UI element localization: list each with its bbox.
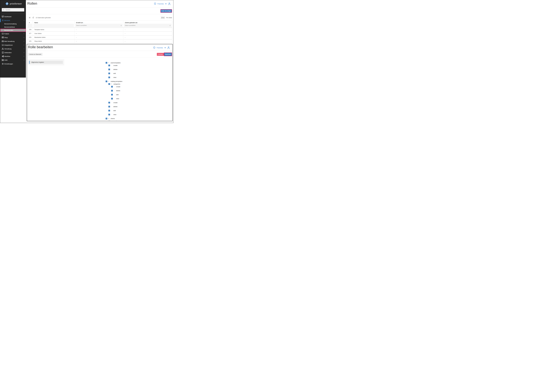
checkbox-checked[interactable]: ✓ xyxy=(106,62,107,64)
clear-filter-icon[interactable]: × xyxy=(121,25,122,26)
sidebar-divider xyxy=(2,14,24,14)
permission-row-create: ✓create xyxy=(27,86,173,88)
printformer-logo-icon xyxy=(5,2,9,6)
chevron-down-icon[interactable] xyxy=(23,20,25,21)
checkbox-checked[interactable]: ✓ xyxy=(108,102,110,104)
checkbox-checked[interactable]: ✓ xyxy=(108,83,110,85)
permission-row-catalog-templates: ✓catalog-templates xyxy=(27,80,173,82)
logo[interactable]: printformer xyxy=(0,0,26,6)
user-avatar-icon[interactable] xyxy=(167,46,170,49)
chevron-left-icon[interactable] xyxy=(23,52,25,53)
search-input[interactable]: Suchen xyxy=(2,8,24,12)
cell-created: - xyxy=(75,40,123,43)
checkbox-checked[interactable]: ✓ xyxy=(108,114,110,115)
save-button[interactable]: Speichern xyxy=(164,53,172,56)
modified-date-filter[interactable]: Datum auswählen × xyxy=(124,24,172,27)
table-row[interactable]: 377User Admin-- xyxy=(28,32,172,36)
sort-descending-icon[interactable]: ↓ xyxy=(83,22,84,23)
notifications-bell-icon[interactable] xyxy=(154,2,156,5)
created-date-filter[interactable]: Datum auswählen × xyxy=(75,24,123,27)
sidebar-item-benutzerverwaltung[interactable]: Benutzerverwaltung xyxy=(0,22,26,25)
user-menu-caret-icon[interactable] xyxy=(165,48,166,48)
chevron-left-icon[interactable] xyxy=(23,48,25,49)
permission-label: view xyxy=(113,77,116,78)
sidebar-item-workflow[interactable]: Workflow xyxy=(0,55,26,58)
permission-label: create xyxy=(116,86,120,88)
edit-role-title: Rolle bearbeiten xyxy=(28,45,53,49)
cell-name: Template Admin xyxy=(33,28,75,31)
column-header-created[interactable]: Erstellt am ↓ Datum auswählen × xyxy=(75,21,123,28)
table-row[interactable]: 376Template Admin-- xyxy=(28,28,172,32)
sidebar-item-benutzer[interactable]: Benutzer xyxy=(0,19,26,22)
sidebar-item-mail-verwaltung[interactable]: Mail Verwaltung xyxy=(0,39,26,43)
column-header-modified[interactable]: Zuletzt geändert am Datum auswählen × xyxy=(123,21,172,28)
column-header-name[interactable]: Name xyxy=(33,21,75,28)
clear-filter-icon[interactable]: × xyxy=(170,25,171,26)
user-name[interactable]: Franziska xyxy=(158,3,164,5)
cell-id: 377 xyxy=(28,32,33,35)
sidebar-item-dashboard[interactable]: Dashboard xyxy=(0,15,26,19)
sidebar-item-deklaration[interactable]: Deklaration xyxy=(0,51,26,55)
workflow-icon xyxy=(2,55,4,57)
checkbox-checked[interactable]: ✓ xyxy=(108,106,110,107)
checkbox-checked[interactable]: ✓ xyxy=(106,81,107,82)
permission-label: delete xyxy=(113,106,118,107)
collapse-dash-icon[interactable] xyxy=(108,63,109,63)
checkbox-unchecked[interactable] xyxy=(108,120,110,121)
delete-button[interactable]: Löschen xyxy=(157,53,164,56)
cell-created: - xyxy=(75,28,123,31)
checkbox-checked[interactable]: ✓ xyxy=(111,98,113,99)
storefront-icon xyxy=(2,36,4,39)
checkbox-checked[interactable]: ✓ xyxy=(108,77,110,78)
chevron-left-icon[interactable] xyxy=(23,33,25,35)
cell-created: - xyxy=(75,32,123,35)
sidebar-menu: DashboardBenutzerBenutzerverwaltungBenut… xyxy=(0,15,26,66)
checkbox-indeterminate[interactable] xyxy=(106,118,107,119)
sidebar-item-verwaltung[interactable]: Verwaltung xyxy=(0,47,26,51)
search-placeholder: Suchen xyxy=(6,9,10,11)
notifications-bell-icon[interactable] xyxy=(153,46,156,49)
chevron-left-icon[interactable] xyxy=(23,56,25,57)
permission-row-create: ✓create xyxy=(27,102,173,104)
user-bar: Franziska xyxy=(154,2,171,5)
chevron-left-icon[interactable] xyxy=(23,59,25,61)
table-row[interactable]: 379Shop Admin-- xyxy=(28,40,172,43)
checkbox-checked[interactable]: ✓ xyxy=(108,65,110,66)
sidebar-item-cms[interactable]: CMS xyxy=(0,58,26,62)
collapse-dash-icon[interactable] xyxy=(108,118,109,119)
sidebar-item-benutzerrollen[interactable]: Benutzerrollen xyxy=(0,29,26,32)
checkbox-checked[interactable]: ✓ xyxy=(108,110,110,112)
sidebar-item-publish[interactable]: Publish xyxy=(0,32,26,36)
select-spinner-icon xyxy=(163,17,164,18)
table-settings-gear-icon[interactable] xyxy=(29,17,31,19)
permission-row-clients: clients xyxy=(27,118,173,119)
checkbox-checked[interactable]: ✓ xyxy=(108,69,110,70)
chevron-left-icon[interactable] xyxy=(23,41,25,42)
chevron-left-icon[interactable] xyxy=(23,37,25,38)
user-name[interactable]: Franziska xyxy=(157,47,163,49)
chevron-left-icon[interactable] xyxy=(23,44,25,46)
cell-id: 378 xyxy=(28,36,33,39)
collapse-dash-icon[interactable] xyxy=(111,84,112,84)
column-header-id[interactable]: # xyxy=(28,21,33,28)
name-filter-input[interactable] xyxy=(34,24,74,27)
toolbar-divider xyxy=(26,14,173,14)
per-page-select[interactable]: 25 xyxy=(161,16,165,19)
checkbox-checked[interactable]: ✓ xyxy=(111,86,113,88)
user-menu-caret-icon[interactable] xyxy=(165,4,166,4)
checkbox-checked[interactable]: ✓ xyxy=(111,90,113,91)
checkbox-checked[interactable]: ✓ xyxy=(111,94,113,96)
user-avatar-icon[interactable] xyxy=(168,2,171,5)
sidebar-item-benutzerattribute[interactable]: Benutzerattribute xyxy=(0,25,26,29)
sidebar-item-integrationen[interactable]: Integrationen xyxy=(0,43,26,47)
permission-label: view xyxy=(113,114,116,115)
sidebar-item-einstellungen[interactable]: Einstellungen xyxy=(0,62,26,66)
add-role-button[interactable]: Rolle hinzufügen xyxy=(161,10,172,12)
refresh-icon[interactable] xyxy=(32,17,34,19)
sidebar-item-shop[interactable]: Shop xyxy=(0,36,26,39)
permission-row-create: create xyxy=(27,120,173,121)
collapse-dash-icon[interactable] xyxy=(108,81,109,81)
back-to-overview-button[interactable]: Zurück zur Übersicht xyxy=(28,53,42,56)
table-row[interactable]: 378Mandanten Admin-- xyxy=(28,36,172,40)
checkbox-checked[interactable]: ✓ xyxy=(108,73,110,74)
